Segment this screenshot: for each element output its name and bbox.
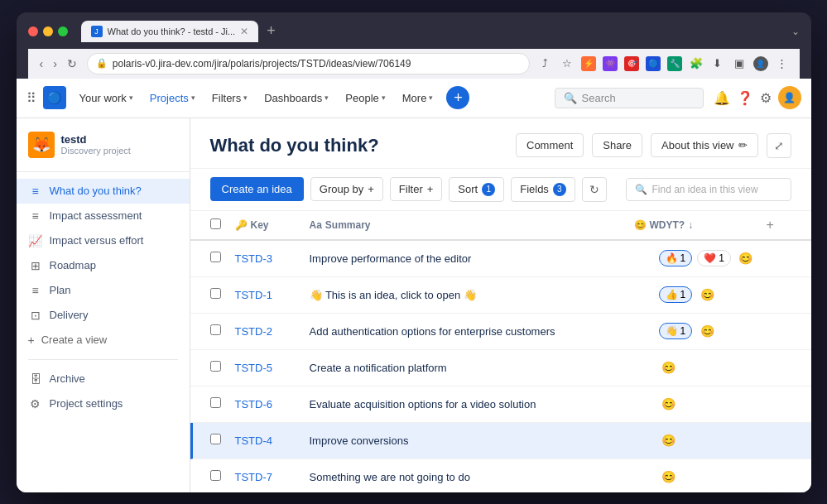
row-key[interactable]: TSTD-6 bbox=[235, 398, 310, 410]
sidebar-divider bbox=[28, 359, 178, 360]
row-checkbox[interactable] bbox=[210, 287, 235, 302]
row-key[interactable]: TSTD-5 bbox=[235, 362, 310, 374]
reaction-heart[interactable]: ❤️ 1 bbox=[697, 250, 731, 266]
sort-button[interactable]: Sort 1 bbox=[449, 177, 504, 202]
nav-search[interactable]: 🔍 Search bbox=[555, 88, 704, 108]
row-summary[interactable]: Something we are not going to do bbox=[310, 471, 659, 483]
about-view-button[interactable]: About this view ✏ bbox=[651, 133, 757, 157]
back-button[interactable]: ‹ bbox=[38, 55, 46, 72]
select-all-checkbox[interactable] bbox=[210, 218, 235, 233]
add-reaction-button[interactable]: 😊 bbox=[659, 467, 679, 487]
sidebar-create-view[interactable]: + Create a view bbox=[17, 328, 190, 353]
reload-button[interactable]: ↻ bbox=[65, 55, 79, 72]
sidebar-item-delivery[interactable]: ⊡ Delivery bbox=[17, 303, 190, 328]
reaction-thumbsup[interactable]: 👍 1 bbox=[659, 286, 693, 303]
refresh-button[interactable]: ↻ bbox=[582, 177, 607, 202]
puzzle-icon[interactable]: 🧩 bbox=[689, 56, 704, 71]
row-key[interactable]: TSTD-7 bbox=[235, 471, 310, 483]
create-idea-button[interactable]: Create an idea bbox=[210, 177, 304, 201]
active-tab[interactable]: J What do you think? - testd - Ji... ✕ bbox=[81, 21, 259, 42]
row-summary[interactable]: Improve conversions bbox=[310, 434, 659, 447]
row-reactions: 👋 1 😊 bbox=[659, 321, 791, 341]
nav-people[interactable]: People ▾ bbox=[339, 89, 392, 108]
nav-projects[interactable]: Projects ▾ bbox=[143, 89, 202, 108]
checkbox-all[interactable] bbox=[210, 218, 221, 229]
chevron-down-icon: ▾ bbox=[429, 94, 433, 102]
sidebar-item-roadmap[interactable]: ⊞ Roadmap bbox=[17, 253, 190, 278]
row-summary[interactable]: Add authentication options for enterpris… bbox=[310, 325, 659, 338]
ext-icon-3[interactable]: 🎯 bbox=[624, 56, 639, 71]
comment-button[interactable]: Comment bbox=[516, 133, 584, 157]
row-key[interactable]: TSTD-3 bbox=[235, 252, 310, 265]
row-checkbox[interactable] bbox=[210, 251, 235, 266]
profile-icon[interactable]: 👤 bbox=[753, 56, 768, 71]
filter-button[interactable]: Filter + bbox=[390, 177, 442, 201]
nav-filters[interactable]: Filters ▾ bbox=[205, 89, 254, 108]
sidebar-item-project-settings[interactable]: ⚙ Project settings bbox=[17, 391, 190, 416]
fields-button[interactable]: Fields 3 bbox=[511, 177, 575, 202]
row-checkbox[interactable] bbox=[210, 324, 235, 338]
ext-icon-1[interactable]: ⚡ bbox=[581, 56, 596, 71]
key-icon: 🔑 bbox=[235, 219, 248, 231]
group-by-button[interactable]: Group by + bbox=[310, 177, 383, 201]
row-checkbox[interactable] bbox=[210, 360, 235, 375]
download-icon[interactable]: ⬇ bbox=[710, 56, 725, 71]
nav-your-work[interactable]: Your work ▾ bbox=[73, 89, 140, 108]
toolbar-search[interactable]: 🔍 Find an idea in this view bbox=[626, 178, 791, 201]
sidebar-item-what-do-you-think[interactable]: ≡ What do you think? bbox=[17, 179, 190, 204]
reaction-fire[interactable]: 🔥 1 bbox=[659, 250, 693, 266]
jira-logo[interactable]: 🔵 bbox=[43, 86, 66, 109]
content-area: What do you think? Comment Share About t… bbox=[190, 118, 811, 492]
grid-icon[interactable]: ⠿ bbox=[26, 90, 36, 106]
nav-dashboards[interactable]: Dashboards ▾ bbox=[257, 89, 335, 108]
minimize-button[interactable] bbox=[43, 26, 53, 36]
sidebar-icon[interactable]: ▣ bbox=[732, 56, 747, 71]
add-reaction-button[interactable]: 😊 bbox=[659, 430, 679, 450]
maximize-button[interactable] bbox=[58, 26, 68, 36]
ext-icon-4[interactable]: 🔵 bbox=[646, 56, 661, 71]
add-reaction-button[interactable]: 😊 bbox=[697, 285, 717, 305]
add-column-button[interactable]: + bbox=[767, 218, 791, 233]
row-checkbox[interactable] bbox=[210, 469, 235, 484]
nav-more[interactable]: More ▾ bbox=[396, 89, 440, 108]
close-button[interactable] bbox=[28, 26, 38, 36]
forward-button[interactable]: › bbox=[51, 55, 59, 72]
expand-button[interactable]: ⤢ bbox=[767, 133, 791, 158]
settings-icon[interactable]: ⚙ bbox=[760, 90, 772, 106]
create-button[interactable]: + bbox=[446, 86, 469, 109]
search-icon: 🔍 bbox=[564, 92, 577, 104]
ext-icon-5[interactable]: 🔧 bbox=[667, 56, 682, 71]
bookmark-icon[interactable]: ⤴ bbox=[538, 56, 553, 71]
star-icon[interactable]: ☆ bbox=[560, 56, 575, 71]
new-tab-button[interactable]: + bbox=[262, 22, 281, 40]
sidebar-item-label: Impact assessment bbox=[50, 209, 142, 222]
row-key[interactable]: TSTD-4 bbox=[235, 434, 310, 447]
row-summary[interactable]: 👋 This is an idea, click to open 👋 bbox=[310, 289, 659, 301]
share-button[interactable]: Share bbox=[592, 133, 642, 157]
row-summary[interactable]: Create a notification platform bbox=[310, 362, 659, 374]
row-summary[interactable]: Evaluate acquisition options for a video… bbox=[310, 398, 659, 410]
browser-expand-icon[interactable]: ⌄ bbox=[791, 26, 800, 37]
row-summary[interactable]: Improve performance of the editor bbox=[310, 252, 659, 265]
row-key[interactable]: TSTD-2 bbox=[235, 325, 310, 338]
row-checkbox[interactable] bbox=[210, 396, 235, 411]
user-avatar[interactable]: 👤 bbox=[778, 86, 801, 109]
bell-icon[interactable]: 🔔 bbox=[714, 90, 730, 106]
sidebar-item-plan[interactable]: ≡ Plan bbox=[17, 278, 190, 303]
sidebar-item-impact-versus-effort[interactable]: 📈 Impact versus effort bbox=[17, 228, 190, 253]
url-bar[interactable]: 🔒 polaris-v0.jira-dev.com/jira/polaris/p… bbox=[87, 53, 530, 74]
reaction-wave[interactable]: 👋 1 bbox=[659, 323, 693, 339]
ext-icon-2[interactable]: 👾 bbox=[603, 56, 618, 71]
add-reaction-button[interactable]: 😊 bbox=[659, 394, 679, 414]
row-checkbox[interactable] bbox=[210, 433, 235, 448]
add-reaction-button[interactable]: 😊 bbox=[659, 358, 679, 377]
sidebar-item-archive[interactable]: 🗄 Archive bbox=[17, 367, 190, 391]
help-icon[interactable]: ❓ bbox=[737, 90, 753, 106]
row-key[interactable]: TSTD-1 bbox=[235, 289, 310, 301]
add-reaction-button[interactable]: 😊 bbox=[697, 321, 717, 341]
menu-dots-icon[interactable]: ⋮ bbox=[775, 56, 790, 71]
chevron-down-icon: ▾ bbox=[382, 94, 386, 102]
sidebar-item-impact-assessment[interactable]: ≡ Impact assessment bbox=[17, 204, 190, 228]
tab-close-icon[interactable]: ✕ bbox=[240, 26, 248, 37]
add-reaction-button[interactable]: 😊 bbox=[736, 248, 756, 268]
